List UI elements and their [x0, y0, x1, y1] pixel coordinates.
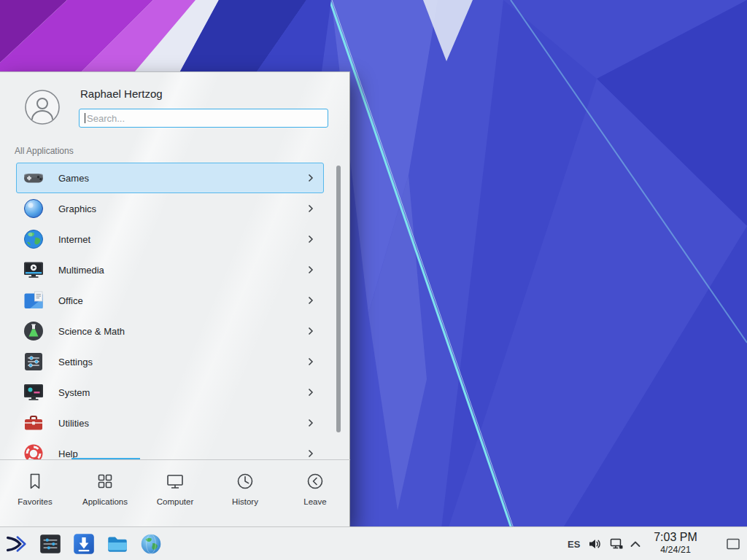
taskbar-panel: ES 7:03 PM 4/24/21 [0, 526, 747, 560]
installer-launcher[interactable] [71, 532, 96, 556]
tweaks-icon [38, 532, 63, 556]
computer-icon [165, 471, 185, 491]
category-label: Games [58, 173, 89, 184]
clock-widget[interactable]: 7:03 PM 4/24/21 [639, 530, 712, 556]
tab-favorites[interactable]: Favorites [0, 460, 70, 526]
launcher-tab-bar: Favorites Applications Computer Histor [0, 459, 350, 526]
section-label: All Applications [15, 146, 74, 156]
chevron-right-icon [308, 357, 314, 366]
app-launcher-icon [4, 532, 28, 556]
chevron-right-icon [308, 327, 314, 335]
leave-icon [305, 471, 325, 491]
category-list: Games Graphics [0, 163, 350, 460]
category-label: Multimedia [58, 265, 104, 276]
volume-icon[interactable] [588, 527, 603, 560]
category-label: Office [58, 295, 83, 306]
history-icon [235, 471, 255, 491]
category-label: Graphics [58, 203, 96, 214]
science-icon [22, 319, 45, 343]
category-help[interactable]: Help [16, 438, 324, 460]
app-launcher-button[interactable] [4, 532, 28, 556]
category-graphics[interactable]: Graphics [16, 193, 324, 224]
scrollbar[interactable] [336, 166, 341, 432]
chevron-right-icon [308, 204, 314, 213]
show-desktop-button[interactable] [724, 527, 743, 560]
chevron-right-icon [308, 296, 314, 305]
category-internet[interactable]: Internet [16, 224, 324, 254]
search-box [79, 109, 328, 128]
category-label: Settings [58, 357, 93, 368]
tab-history[interactable]: History [210, 460, 280, 526]
internet-icon [22, 228, 45, 251]
category-science-math[interactable]: Science & Math [16, 316, 324, 346]
file-manager-launcher[interactable] [105, 532, 130, 556]
keyboard-layout-indicator[interactable]: ES [568, 527, 580, 560]
category-label: Science & Math [58, 326, 125, 337]
tab-applications[interactable]: Applications [70, 460, 140, 526]
category-settings[interactable]: Settings [16, 346, 324, 377]
tab-label: Leave [303, 497, 326, 506]
clock-time: 7:03 PM [639, 530, 712, 545]
clock-date: 4/24/21 [639, 545, 712, 556]
chevron-right-icon [308, 174, 314, 182]
chevron-right-icon [308, 388, 314, 397]
tweaks-launcher[interactable] [38, 532, 63, 556]
chevron-right-icon [308, 265, 314, 274]
category-label: Internet [58, 234, 90, 245]
user-name: Raphael Hertzog [80, 88, 163, 100]
category-label: System [58, 387, 90, 398]
category-games[interactable]: Games [16, 163, 324, 193]
utilities-icon [22, 411, 45, 435]
installer-icon [71, 532, 96, 556]
category-utilities[interactable]: Utilities [16, 408, 324, 438]
tab-leave[interactable]: Leave [280, 460, 350, 526]
category-system[interactable]: System [16, 377, 324, 408]
tab-label: Computer [157, 497, 194, 506]
tab-label: Favorites [18, 497, 52, 506]
multimedia-icon [22, 258, 45, 281]
tab-label: History [232, 497, 258, 506]
games-icon [22, 166, 45, 190]
text-cursor [85, 113, 85, 123]
user-avatar-icon[interactable] [25, 90, 60, 125]
office-icon [22, 289, 45, 312]
search-input[interactable] [80, 109, 328, 127]
chevron-right-icon [308, 419, 314, 427]
category-label: Utilities [58, 418, 89, 429]
show-desktop-icon [726, 537, 740, 551]
tab-label: Applications [82, 497, 128, 506]
graphics-icon [22, 197, 45, 220]
network-icon[interactable] [610, 527, 624, 560]
system-icon [22, 381, 45, 404]
chevron-right-icon [308, 235, 314, 244]
web-browser-icon [139, 532, 163, 556]
help-icon [22, 442, 45, 460]
applications-icon [95, 471, 115, 491]
application-launcher-menu: Raphael Hertzog All Applications Games [0, 71, 350, 526]
web-browser-launcher[interactable] [139, 532, 163, 556]
favorites-icon [25, 471, 45, 491]
file-manager-icon [105, 532, 130, 556]
category-multimedia[interactable]: Multimedia [16, 254, 324, 285]
settings-icon [22, 350, 45, 373]
category-office[interactable]: Office [16, 285, 324, 316]
tab-computer[interactable]: Computer [140, 460, 210, 526]
chevron-right-icon [308, 449, 314, 458]
